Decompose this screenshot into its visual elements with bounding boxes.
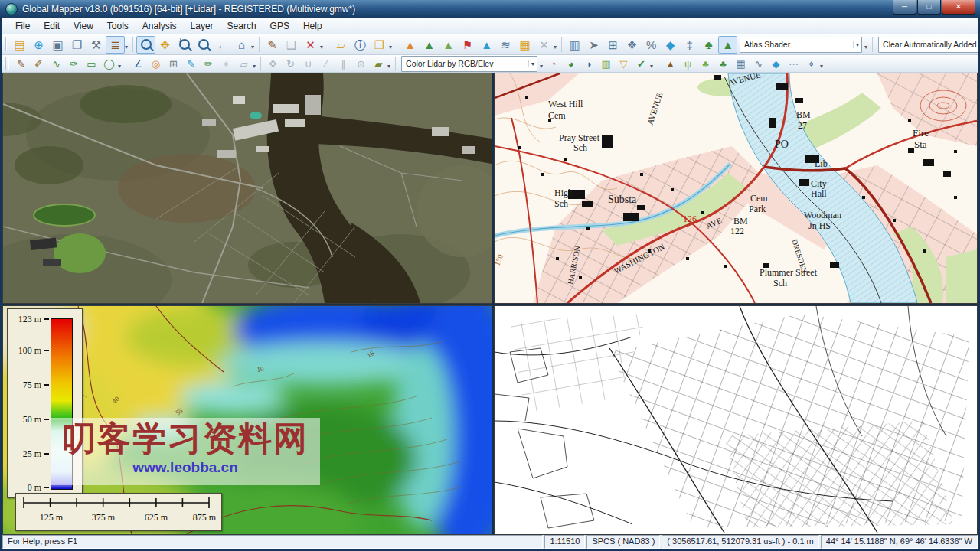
pane-vector[interactable]	[494, 305, 978, 535]
chevron-down-icon[interactable]: ▾	[118, 63, 121, 70]
split-view-icon[interactable]: ▥	[565, 36, 584, 54]
create-grid-icon[interactable]: ⊞	[165, 56, 182, 72]
watershed-icon[interactable]: ▲	[477, 36, 496, 54]
zoom-out-icon[interactable]: −	[194, 36, 213, 54]
pin-view-icon[interactable]: ⊞	[603, 36, 622, 54]
menu-gps[interactable]: GPS	[263, 19, 296, 33]
classify-water-icon[interactable]: ◆	[767, 56, 785, 72]
create-area-icon[interactable]: ✑	[65, 56, 83, 72]
classify-pick-icon[interactable]: ⌖	[802, 56, 820, 72]
menu-file[interactable]: File	[8, 19, 37, 33]
eraser-tool-icon[interactable]: ▰	[370, 56, 387, 72]
create-line-icon[interactable]: ✐	[30, 56, 47, 72]
maximize-button[interactable]: □	[917, 0, 941, 15]
zoom-previous-icon[interactable]: ←	[213, 36, 232, 54]
chevron-down-icon[interactable]: ▾	[820, 63, 823, 70]
menu-edit[interactable]: Edit	[37, 19, 67, 33]
favorites-combobox[interactable]: Clear Automatically Added Favorites ▾	[878, 37, 978, 53]
open-online-data-icon[interactable]: ⊕	[29, 36, 48, 54]
menu-tools[interactable]: Tools	[100, 19, 136, 33]
chevron-down-icon[interactable]: ▾	[253, 63, 256, 70]
search-data-icon[interactable]: ❒	[370, 36, 389, 54]
lidar-classify-icon[interactable]: ◔	[544, 56, 562, 72]
flood-sim-icon[interactable]: ◆	[661, 36, 680, 54]
vector-map-canvas[interactable]	[495, 306, 977, 534]
map-layers-icon[interactable]: ≣	[106, 36, 125, 54]
chevron-down-icon[interactable]: ▾	[125, 44, 128, 51]
delete-feature-icon[interactable]: ✕	[301, 36, 320, 54]
save-workspace-icon[interactable]: ▣	[48, 36, 67, 54]
view-3d-icon[interactable]: ❖	[622, 36, 642, 54]
lidar-qc-icon[interactable]: ✔	[632, 56, 650, 72]
create-circle-icon[interactable]: ◯	[100, 56, 118, 72]
classify-grass-icon[interactable]: ψ	[679, 56, 697, 72]
chevron-down-icon[interactable]: ▾	[650, 63, 653, 70]
edit-feature-icon[interactable]: ⌖	[217, 56, 235, 72]
configuration-icon[interactable]: ⚒	[87, 36, 106, 54]
create-spline-icon[interactable]: ∿	[47, 56, 65, 72]
menu-analysis[interactable]: Analysis	[136, 19, 184, 33]
flag-mountain-icon[interactable]: ⚑	[458, 36, 477, 54]
view-shed-icon[interactable]: ▲	[400, 36, 420, 54]
classify-shrub-icon[interactable]: ♣	[697, 56, 714, 72]
lidar-filter-icon[interactable]: ▽	[615, 56, 632, 72]
terrain-analysis-icon[interactable]: ▲	[420, 36, 439, 54]
chevron-down-icon[interactable]: ▾	[853, 41, 859, 48]
classify-tree-icon[interactable]: ♣	[714, 56, 732, 72]
close-button[interactable]: ✕	[942, 0, 975, 15]
digitizer-tool-icon[interactable]: ✎	[263, 36, 282, 54]
offset-feature-icon[interactable]: ∥	[335, 56, 352, 72]
rotate-feature-icon[interactable]: ↻	[282, 56, 299, 72]
transparency-icon[interactable]: %	[642, 36, 661, 54]
clear-analysis-icon[interactable]: ✕	[534, 36, 554, 54]
angle-measure-icon[interactable]: ∠	[129, 56, 147, 72]
feature-info-icon[interactable]: ⓘ	[351, 36, 370, 54]
zoom-in-icon[interactable]: +	[175, 36, 194, 54]
minimize-button[interactable]: ─	[893, 0, 916, 15]
menu-search[interactable]: Search	[220, 19, 263, 33]
open-file-icon[interactable]: ▤	[10, 36, 29, 54]
create-point-icon[interactable]: ✎	[12, 56, 30, 72]
atlas-shader-icon[interactable]: ▲	[718, 36, 737, 54]
water-level-icon[interactable]: ‡	[680, 36, 699, 54]
copy-feature-icon[interactable]: ❑	[282, 36, 301, 54]
menu-layer[interactable]: Layer	[184, 19, 220, 33]
chevron-down-icon[interactable]: ▾	[387, 63, 390, 70]
layer-stack-icon[interactable]: ≋	[496, 36, 515, 54]
vegetation-water-icon[interactable]: ♣	[699, 36, 718, 54]
chevron-down-icon[interactable]: ▾	[320, 44, 323, 51]
pan-tool-icon[interactable]: ✥	[155, 36, 175, 54]
move-feature-icon[interactable]: ✥	[264, 56, 282, 72]
join-lines-icon[interactable]: ∪	[299, 56, 317, 72]
lidar-color-combobox[interactable]: Color Lidar by RGB/Elev ▾	[401, 56, 537, 72]
lidar-ground-icon[interactable]: ◕	[562, 56, 580, 72]
toolbar-grip[interactable]	[5, 37, 7, 51]
raster-calc-icon[interactable]: ▦	[515, 36, 534, 54]
menu-help[interactable]: Help	[296, 19, 329, 33]
terrain-layers-icon[interactable]: ▲	[439, 36, 458, 54]
measure-tool-icon[interactable]: ▱	[332, 36, 351, 54]
chevron-down-icon[interactable]: ▾	[251, 44, 254, 51]
chevron-down-icon[interactable]: ▾	[864, 44, 867, 51]
gps-compass-icon[interactable]: ➤	[584, 36, 603, 54]
move-point-icon[interactable]: ✎	[182, 56, 200, 72]
classify-noise-icon[interactable]: ⋯	[785, 56, 802, 72]
overlay-control-center-icon[interactable]: ❐	[67, 36, 87, 54]
note-tool-icon[interactable]: ▱	[235, 56, 253, 72]
zoom-tool-icon[interactable]	[136, 36, 155, 54]
classify-ground-icon[interactable]: ▲	[662, 56, 679, 72]
split-line-icon[interactable]: ∕	[317, 56, 335, 72]
classify-building-icon[interactable]: ▦	[732, 56, 750, 72]
full-view-icon[interactable]: ⌂	[232, 36, 251, 54]
combine-features-icon[interactable]: ⊕	[352, 56, 370, 72]
chevron-down-icon[interactable]: ▾	[554, 44, 557, 51]
lidar-returns-icon[interactable]: ◑	[580, 56, 597, 72]
classify-powerline-icon[interactable]: ∿	[750, 56, 767, 72]
aerial-map-canvas[interactable]	[3, 73, 492, 303]
topo-map-canvas[interactable]: West Hill Cem Pray Street Sch High Sch S…	[495, 73, 977, 303]
chevron-down-icon[interactable]: ▾	[528, 60, 534, 67]
pane-topo[interactable]: West Hill Cem Pray Street Sch High Sch S…	[494, 73, 978, 304]
pane-aerial[interactable]	[2, 73, 492, 304]
menu-view[interactable]: View	[67, 19, 100, 33]
lidar-grid-icon[interactable]: ▥	[597, 56, 615, 72]
